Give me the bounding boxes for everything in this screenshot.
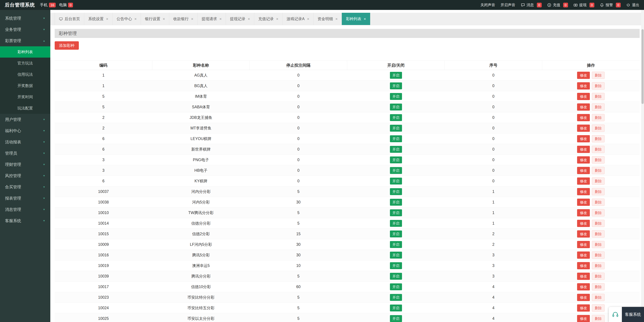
sidebar-subitem[interactable]: 彩种列表	[0, 46, 50, 58]
topbar-stat[interactable]: 提现0	[574, 3, 594, 8]
modify-button[interactable]: 修改	[577, 114, 590, 121]
status-toggle-button[interactable]: 开启	[390, 156, 402, 163]
close-icon[interactable]: ×	[307, 17, 309, 21]
modify-button[interactable]: 修改	[577, 273, 590, 280]
delete-button[interactable]: 删除	[592, 177, 604, 185]
tab-item[interactable]: 系统设置×	[84, 13, 112, 25]
close-icon[interactable]: ×	[134, 17, 137, 21]
modify-button[interactable]: 修改	[577, 209, 590, 216]
sidebar-subitem[interactable]: 信用玩法	[0, 69, 50, 80]
modify-button[interactable]: 修改	[577, 177, 590, 185]
sidebar-subitem[interactable]: 开奖时间	[0, 91, 50, 103]
delete-button[interactable]: 删除	[592, 230, 604, 237]
sidebar-subitem[interactable]: 官方玩法	[0, 58, 50, 69]
status-toggle-button[interactable]: 开启	[390, 252, 402, 258]
sidebar-item[interactable]: 彩票管理▲	[0, 35, 50, 46]
modify-button[interactable]: 修改	[577, 241, 590, 248]
status-toggle-button[interactable]: 开启	[390, 230, 402, 237]
modify-button[interactable]: 修改	[577, 262, 590, 269]
status-toggle-button[interactable]: 开启	[390, 82, 402, 89]
tab-item[interactable]: 银行设置×	[141, 13, 169, 25]
scrollbar-thumb[interactable]	[642, 29, 644, 104]
delete-button[interactable]: 删除	[592, 125, 604, 132]
delete-button[interactable]: 删除	[592, 156, 604, 164]
tab-item[interactable]: 充值记录×	[254, 13, 282, 25]
status-toggle-button[interactable]: 开启	[390, 199, 402, 206]
topbar-stat[interactable]: ¥充值0	[547, 3, 568, 8]
delete-button[interactable]: 删除	[592, 167, 604, 174]
modify-button[interactable]: 修改	[577, 283, 590, 290]
sidebar-item[interactable]: 系统管理▼	[0, 13, 50, 24]
modify-button[interactable]: 修改	[577, 304, 590, 311]
delete-button[interactable]: 删除	[592, 241, 604, 248]
modify-button[interactable]: 修改	[577, 156, 590, 164]
modify-button[interactable]: 修改	[577, 82, 590, 90]
modify-button[interactable]: 修改	[577, 188, 590, 195]
modify-button[interactable]: 修改	[577, 199, 590, 206]
close-icon[interactable]: ×	[248, 17, 250, 21]
sidebar-item[interactable]: 业务管理▼	[0, 24, 50, 35]
sidebar-item[interactable]: 消息管理▼	[0, 204, 50, 215]
sidebar-item[interactable]: 活动报表▼	[0, 136, 50, 148]
delete-button[interactable]: 删除	[592, 220, 604, 227]
modify-button[interactable]: 修改	[577, 72, 590, 79]
sidebar-item[interactable]: 管理员▼	[0, 148, 50, 159]
modify-button[interactable]: 修改	[577, 93, 590, 100]
delete-button[interactable]: 删除	[592, 146, 604, 153]
tab-item[interactable]: 收款银行×	[169, 13, 198, 25]
modify-button[interactable]: 修改	[577, 167, 590, 174]
status-toggle-button[interactable]: 开启	[390, 178, 402, 184]
close-icon[interactable]: ×	[335, 17, 338, 21]
status-toggle-button[interactable]: 开启	[390, 125, 402, 132]
sidebar-item[interactable]: 风控管理▼	[0, 170, 50, 181]
status-toggle-button[interactable]: 开启	[390, 104, 402, 111]
customer-service-widget[interactable]: 客服系统	[609, 307, 644, 322]
status-toggle-button[interactable]: 开启	[390, 294, 402, 301]
modify-button[interactable]: 修改	[577, 220, 590, 227]
delete-button[interactable]: 删除	[592, 304, 604, 311]
topbar-stat[interactable]: 消息0	[521, 3, 542, 8]
sidebar-item[interactable]: 客服系统▼	[0, 215, 50, 226]
modify-button[interactable]: 修改	[577, 294, 590, 301]
status-toggle-button[interactable]: 开启	[390, 262, 402, 269]
delete-button[interactable]: 删除	[592, 262, 604, 269]
tab-item[interactable]: 提现请求×	[198, 13, 226, 25]
vertical-scrollbar[interactable]	[641, 10, 644, 322]
status-toggle-button[interactable]: 开启	[390, 72, 402, 79]
delete-button[interactable]: 删除	[592, 315, 604, 322]
delete-button[interactable]: 删除	[592, 114, 604, 121]
status-toggle-button[interactable]: 开启	[390, 283, 402, 290]
delete-button[interactable]: 删除	[592, 82, 604, 90]
close-icon[interactable]: ×	[163, 17, 165, 21]
status-toggle-button[interactable]: 开启	[390, 220, 402, 227]
modify-button[interactable]: 修改	[577, 125, 590, 132]
status-toggle-button[interactable]: 开启	[390, 167, 402, 174]
delete-button[interactable]: 删除	[592, 209, 604, 216]
status-toggle-button[interactable]: 开启	[390, 209, 402, 216]
sound-toggle-link[interactable]: 关闭声音	[480, 3, 495, 8]
close-icon[interactable]: ×	[219, 17, 222, 21]
sidebar-subitem[interactable]: 开奖数据	[0, 80, 50, 91]
sidebar-item[interactable]: 理财管理▼	[0, 159, 50, 170]
modify-button[interactable]: 修改	[577, 135, 590, 142]
status-toggle-button[interactable]: 开启	[390, 135, 402, 142]
sound-toggle-link[interactable]: 开启声音	[500, 3, 515, 8]
status-toggle-button[interactable]: 开启	[390, 273, 402, 280]
delete-button[interactable]: 删除	[592, 199, 604, 206]
delete-button[interactable]: 删除	[592, 135, 604, 142]
tab-item[interactable]: 提现记录×	[226, 13, 254, 25]
delete-button[interactable]: 删除	[592, 273, 604, 280]
delete-button[interactable]: 删除	[592, 294, 604, 301]
close-icon[interactable]: ×	[191, 17, 193, 21]
modify-button[interactable]: 修改	[577, 230, 590, 237]
status-toggle-button[interactable]: 开启	[390, 304, 402, 311]
delete-button[interactable]: 删除	[592, 283, 604, 290]
delete-button[interactable]: 删除	[592, 188, 604, 195]
modify-button[interactable]: 修改	[577, 103, 590, 111]
modify-button[interactable]: 修改	[577, 251, 590, 259]
tab-item[interactable]: 游戏记录A×	[282, 13, 314, 25]
close-icon[interactable]: ×	[106, 17, 108, 21]
tab-item[interactable]: 后台首页	[55, 13, 84, 25]
status-toggle-button[interactable]: 开启	[390, 93, 402, 100]
close-icon[interactable]: ×	[364, 17, 366, 21]
